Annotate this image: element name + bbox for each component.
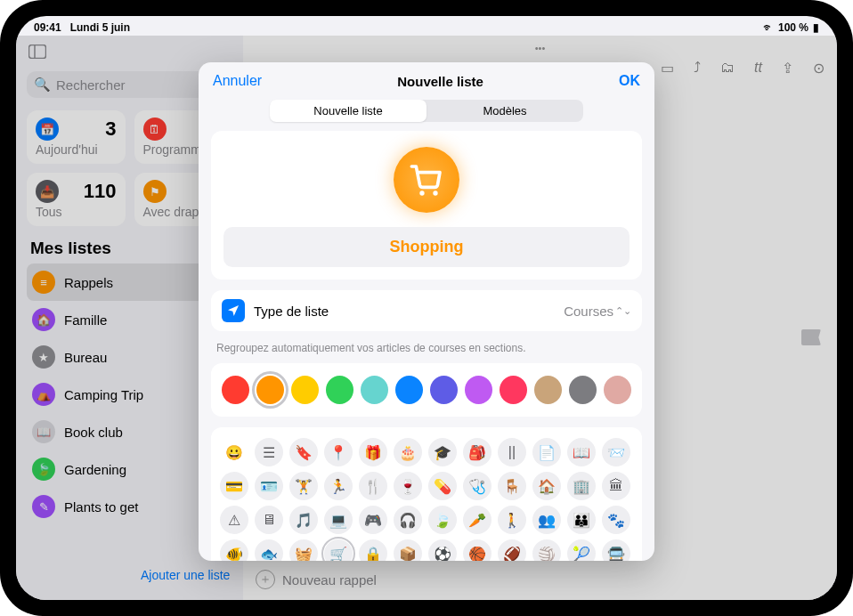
color-swatch[interactable]: [361, 376, 388, 404]
icon-option[interactable]: 😀: [220, 438, 248, 466]
icon-option[interactable]: ⚠: [220, 506, 248, 534]
list-type-label: Type de liste: [254, 304, 555, 319]
tab-templates[interactable]: Modèles: [426, 100, 583, 122]
icon-option[interactable]: 👥: [532, 506, 561, 534]
icon-option[interactable]: 🐾: [602, 506, 630, 534]
color-swatch[interactable]: [500, 376, 527, 404]
color-swatch[interactable]: [569, 376, 597, 404]
svg-point-2: [419, 191, 424, 196]
icon-option[interactable]: 🎁: [359, 438, 387, 466]
icon-option[interactable]: 🏐: [532, 539, 561, 561]
icon-option[interactable]: 🔖: [289, 438, 318, 466]
icon-option[interactable]: 🪑: [498, 472, 526, 500]
list-preview-icon: [394, 147, 459, 213]
tab-new-list[interactable]: Nouvelle liste: [270, 100, 426, 122]
icon-option[interactable]: 🍃: [428, 506, 457, 534]
color-swatch[interactable]: [395, 376, 423, 404]
color-swatch[interactable]: [256, 376, 284, 404]
color-swatch[interactable]: [222, 376, 249, 404]
icon-option[interactable]: 💻: [324, 506, 353, 534]
svg-point-3: [433, 191, 437, 196]
chevron-updown-icon: ⌃⌄: [615, 306, 631, 316]
icon-option[interactable]: 🖥: [255, 506, 283, 534]
icon-option[interactable]: 🥕: [463, 506, 491, 534]
icon-option[interactable]: 💊: [428, 472, 457, 500]
icon-option[interactable]: 🎾: [567, 539, 596, 561]
icon-option[interactable]: ||: [498, 438, 526, 466]
color-swatch[interactable]: [430, 376, 458, 404]
list-type-row[interactable]: Type de liste Courses ⌃⌄: [211, 290, 642, 331]
icon-option[interactable]: 📍: [324, 438, 353, 466]
icon-option[interactable]: 🏛: [602, 472, 630, 500]
icon-option[interactable]: 🚶: [498, 506, 526, 534]
icon-option[interactable]: ⚽: [428, 539, 457, 561]
icon-option[interactable]: 🐠: [220, 539, 248, 561]
icon-option[interactable]: 🚍: [602, 539, 630, 561]
icon-option[interactable]: 📄: [532, 438, 561, 466]
icon-option[interactable]: 🏃: [324, 472, 353, 500]
icon-option[interactable]: 🏢: [567, 472, 596, 500]
icon-option[interactable]: 🔒: [359, 539, 387, 561]
icon-option[interactable]: 📖: [567, 438, 596, 466]
icon-option[interactable]: 🏀: [463, 539, 491, 561]
icon-option[interactable]: 📨: [602, 438, 630, 466]
icon-option[interactable]: 🏈: [498, 539, 526, 561]
color-swatch[interactable]: [534, 376, 562, 404]
modal-title: Nouvelle liste: [397, 74, 483, 89]
icon-option[interactable]: 🎓: [428, 438, 457, 466]
icon-option[interactable]: 🏠: [532, 472, 561, 500]
icon-option[interactable]: 🍷: [394, 472, 422, 500]
icon-option[interactable]: 🧺: [289, 539, 318, 561]
list-type-value: Courses: [564, 304, 613, 319]
ok-button[interactable]: OK: [619, 73, 640, 89]
icon-option[interactable]: 📦: [394, 539, 422, 561]
segmented-control[interactable]: Nouvelle liste Modèles: [270, 100, 583, 122]
icon-option[interactable]: 🎵: [289, 506, 318, 534]
color-swatch[interactable]: [465, 376, 492, 404]
icon-option[interactable]: 🍴: [359, 472, 387, 500]
icon-option[interactable]: 🩺: [463, 472, 491, 500]
icon-option[interactable]: 🪪: [255, 472, 283, 500]
cancel-button[interactable]: Annuler: [213, 73, 262, 89]
icon-option[interactable]: 🛒: [324, 539, 353, 561]
icon-option[interactable]: 🎂: [394, 438, 422, 466]
color-swatch[interactable]: [291, 376, 319, 404]
color-swatch[interactable]: [326, 376, 353, 404]
icon-option[interactable]: 🎧: [394, 506, 422, 534]
icon-option[interactable]: 👪: [567, 506, 596, 534]
icon-option[interactable]: 🎒: [463, 438, 491, 466]
icon-option[interactable]: 🏋: [289, 472, 318, 500]
color-swatch[interactable]: [604, 376, 631, 404]
new-list-modal: Annuler Nouvelle liste OK Nouvelle liste…: [199, 62, 654, 561]
list-type-hint: Regroupez automatiquement vos articles d…: [211, 342, 642, 363]
list-name-input[interactable]: [223, 227, 630, 267]
icon-option[interactable]: ☰: [255, 438, 283, 466]
list-type-icon: [222, 299, 245, 322]
icon-option[interactable]: 🐟: [255, 539, 283, 561]
icon-option[interactable]: 💳: [220, 472, 248, 500]
icon-option[interactable]: 🎮: [359, 506, 387, 534]
